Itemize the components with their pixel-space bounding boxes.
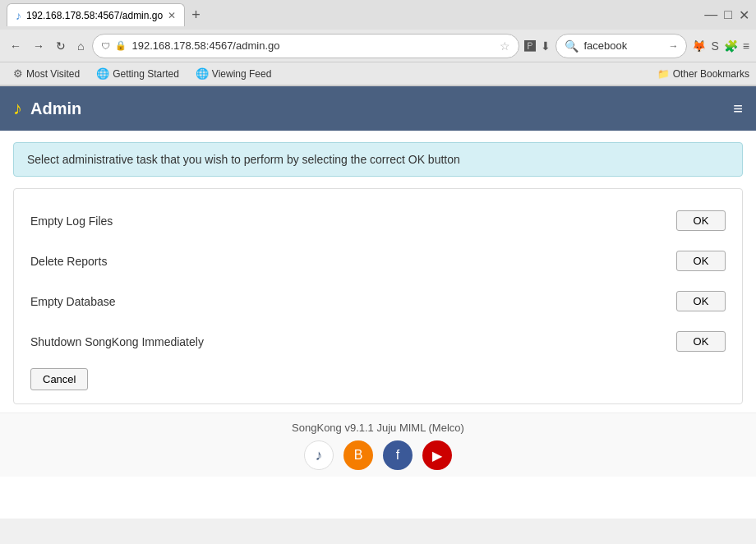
other-bookmarks[interactable]: 📁 Other Bookmarks bbox=[657, 68, 749, 80]
tab-title: 192.168.178.58:4567/admin.go bbox=[26, 10, 163, 21]
download-icon[interactable]: ⬇ bbox=[541, 39, 551, 53]
ok-button-shutdown-songkong[interactable]: OK bbox=[676, 331, 726, 352]
bookmark-getting-started[interactable]: 🌐 Getting Started bbox=[90, 66, 186, 81]
task-row-2: Empty Database OK bbox=[30, 283, 726, 320]
profile-icon[interactable]: S bbox=[711, 39, 718, 53]
title-bar: ♪ 192.168.178.58:4567/admin.go ✕ + — □ ✕ bbox=[0, 0, 756, 30]
window-controls: — □ ✕ bbox=[704, 7, 749, 23]
app-navbar: ♪ Admin ≡ bbox=[0, 86, 756, 131]
footer-icons: ♪ B f ▶ bbox=[0, 440, 756, 470]
search-magnifier-icon: 🔍 bbox=[565, 39, 579, 53]
app-footer: SongKong v9.1.1 Juju MIML (Melco) ♪ B f … bbox=[0, 413, 756, 477]
viewing-feed-icon: 🌐 bbox=[196, 67, 209, 80]
pocket-icon[interactable]: 🅿 bbox=[524, 39, 536, 53]
most-visited-icon: ⚙ bbox=[13, 67, 23, 80]
app-logo-icon: ♪ bbox=[13, 98, 22, 119]
bookmarks-bar: ⚙ Most Visited 🌐 Getting Started 🌐 Viewi… bbox=[0, 62, 756, 85]
app-title: Admin bbox=[30, 99, 81, 118]
new-tab-button[interactable]: + bbox=[185, 5, 207, 25]
task-row-0: Empty Log Files OK bbox=[30, 202, 726, 239]
search-text: facebook bbox=[583, 39, 663, 52]
ok-button-empty-log-files[interactable]: OK bbox=[676, 210, 726, 231]
address-bar: ← → ↻ ⌂ 🛡 🔒 192.168.178.58:4567/admin.go… bbox=[0, 30, 756, 62]
toolbar-icons: 🅿 ⬇ bbox=[524, 39, 551, 53]
browser-frame: ♪ 192.168.178.58:4567/admin.go ✕ + — □ ✕… bbox=[0, 0, 756, 86]
lock-icon: 🔒 bbox=[115, 40, 127, 51]
minimize-button[interactable]: — bbox=[704, 7, 717, 23]
bookmark-most-visited[interactable]: ⚙ Most Visited bbox=[7, 66, 86, 81]
address-text: 192.168.178.58:4567/admin.go bbox=[131, 39, 495, 52]
admin-panel: Empty Log Files OK Delete Reports OK Emp… bbox=[13, 188, 743, 404]
app-content: ♪ Admin ≡ Select administrative task tha… bbox=[0, 86, 756, 519]
tab-bar: ♪ 192.168.178.58:4567/admin.go ✕ + bbox=[7, 3, 207, 26]
address-input[interactable]: 🛡 🔒 192.168.178.58:4567/admin.go ☆ bbox=[92, 34, 519, 58]
alert-box: Select administrative task that you wish… bbox=[13, 142, 743, 177]
getting-started-label: Getting Started bbox=[113, 68, 179, 80]
most-visited-label: Most Visited bbox=[26, 68, 80, 80]
ok-button-empty-database[interactable]: OK bbox=[676, 291, 726, 311]
search-box[interactable]: 🔍 facebook → bbox=[555, 34, 687, 58]
task-label-1: Delete Reports bbox=[30, 255, 211, 268]
songkong-footer-icon[interactable]: ♪ bbox=[304, 440, 334, 470]
task-label-0: Empty Log Files bbox=[30, 214, 211, 228]
bookmark-viewing-feed[interactable]: 🌐 Viewing Feed bbox=[189, 66, 279, 81]
forward-button[interactable]: → bbox=[30, 38, 48, 54]
blogger-footer-icon[interactable]: B bbox=[343, 440, 373, 470]
active-tab[interactable]: ♪ 192.168.178.58:4567/admin.go ✕ bbox=[7, 3, 185, 26]
page-wrapper: ♪ 192.168.178.58:4567/admin.go ✕ + — □ ✕… bbox=[0, 0, 756, 519]
app-brand: ♪ Admin bbox=[13, 98, 81, 119]
refresh-button[interactable]: ↻ bbox=[53, 38, 69, 54]
ok-button-delete-reports[interactable]: OK bbox=[676, 251, 726, 271]
search-arrow-icon: → bbox=[668, 40, 678, 52]
task-label-2: Empty Database bbox=[30, 295, 211, 308]
extension-icon[interactable]: 🧩 bbox=[724, 39, 738, 53]
maximize-button[interactable]: □ bbox=[724, 7, 732, 23]
avatar-icon[interactable]: 🦊 bbox=[692, 39, 706, 53]
shield-icon: 🛡 bbox=[101, 41, 110, 51]
close-window-button[interactable]: ✕ bbox=[739, 7, 749, 23]
bookmarks-left: ⚙ Most Visited 🌐 Getting Started 🌐 Viewi… bbox=[7, 66, 278, 81]
tab-music-icon: ♪ bbox=[16, 9, 21, 22]
other-bookmarks-label: Other Bookmarks bbox=[673, 68, 749, 80]
tab-close-button[interactable]: ✕ bbox=[168, 10, 176, 21]
hamburger-menu-button[interactable]: ≡ bbox=[733, 99, 743, 118]
back-button[interactable]: ← bbox=[7, 38, 25, 54]
facebook-footer-icon[interactable]: f bbox=[383, 440, 413, 470]
task-label-3: Shutdown SongKong Immediately bbox=[30, 335, 211, 348]
cancel-button[interactable]: Cancel bbox=[30, 368, 88, 390]
getting-started-icon: 🌐 bbox=[96, 67, 109, 80]
youtube-footer-icon[interactable]: ▶ bbox=[422, 440, 452, 470]
other-bookmarks-folder-icon: 📁 bbox=[657, 68, 670, 80]
viewing-feed-label: Viewing Feed bbox=[212, 68, 272, 80]
task-row-1: Delete Reports OK bbox=[30, 242, 726, 279]
task-row-3: Shutdown SongKong Immediately OK bbox=[30, 323, 726, 360]
menu-button[interactable]: ≡ bbox=[743, 39, 749, 53]
bookmark-star-icon[interactable]: ☆ bbox=[500, 39, 510, 53]
footer-version-text: SongKong v9.1.1 Juju MIML (Melco) bbox=[0, 422, 756, 434]
home-button[interactable]: ⌂ bbox=[74, 38, 87, 54]
alert-text: Select administrative task that you wish… bbox=[27, 153, 460, 166]
